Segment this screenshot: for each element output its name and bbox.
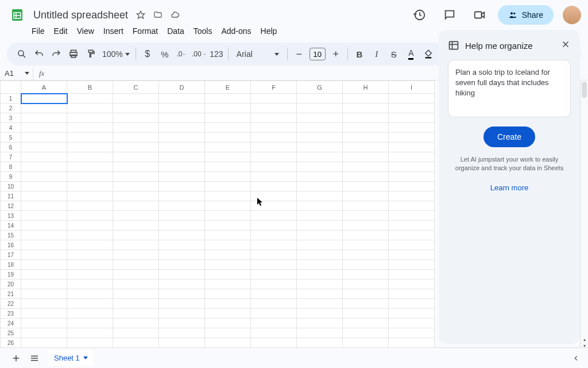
cell[interactable]: [21, 231, 67, 240]
history-icon[interactable]: [408, 3, 431, 26]
cell[interactable]: [113, 152, 159, 162]
cell[interactable]: [251, 231, 297, 240]
cell[interactable]: [67, 94, 113, 103]
create-button[interactable]: Create: [483, 126, 535, 147]
cell[interactable]: [205, 103, 251, 113]
cell[interactable]: [113, 103, 159, 113]
row-header[interactable]: 15: [1, 231, 21, 240]
close-panel-icon[interactable]: [560, 39, 571, 52]
cell[interactable]: [389, 123, 435, 133]
cell[interactable]: [251, 289, 297, 299]
cell[interactable]: [113, 143, 159, 152]
column-header[interactable]: G: [297, 81, 343, 94]
row-header[interactable]: 23: [1, 309, 21, 319]
cell[interactable]: [343, 250, 389, 260]
vertical-scrollbar[interactable]: ▴▾: [580, 80, 588, 351]
cell[interactable]: [67, 152, 113, 162]
cell[interactable]: [205, 289, 251, 299]
column-header[interactable]: D: [159, 81, 205, 94]
cell[interactable]: [67, 289, 113, 299]
cell[interactable]: [21, 240, 67, 250]
column-header[interactable]: C: [113, 81, 159, 94]
cell[interactable]: [67, 279, 113, 289]
cell[interactable]: [67, 260, 113, 270]
cell[interactable]: [343, 162, 389, 172]
row-header[interactable]: 3: [1, 113, 21, 123]
cell[interactable]: [205, 260, 251, 270]
row-header[interactable]: 2: [1, 103, 21, 113]
row-header[interactable]: 5: [1, 133, 21, 143]
cell[interactable]: [113, 123, 159, 133]
row-header[interactable]: 24: [1, 319, 21, 328]
cell[interactable]: [21, 289, 67, 299]
text-color-icon[interactable]: A: [403, 46, 419, 62]
row-header[interactable]: 18: [1, 260, 21, 270]
cell[interactable]: [21, 201, 67, 211]
cell[interactable]: [251, 319, 297, 328]
row-header[interactable]: 25: [1, 328, 21, 338]
cell[interactable]: [297, 152, 343, 162]
cell[interactable]: [297, 240, 343, 250]
cell[interactable]: [251, 221, 297, 231]
cell[interactable]: [113, 299, 159, 309]
cell[interactable]: [389, 319, 435, 328]
cell[interactable]: [389, 289, 435, 299]
cell[interactable]: [159, 319, 205, 328]
cell[interactable]: [297, 289, 343, 299]
cell[interactable]: [67, 182, 113, 191]
cell[interactable]: [21, 250, 67, 260]
cell[interactable]: [205, 309, 251, 319]
cell[interactable]: [205, 299, 251, 309]
cell[interactable]: [21, 319, 67, 328]
cell[interactable]: [389, 211, 435, 221]
cell[interactable]: [205, 123, 251, 133]
cell[interactable]: [113, 260, 159, 270]
cell[interactable]: [21, 182, 67, 191]
cell[interactable]: [343, 338, 389, 348]
row-header[interactable]: 14: [1, 221, 21, 231]
cell[interactable]: [113, 328, 159, 338]
prompt-textarea[interactable]: [448, 60, 571, 117]
cell[interactable]: [21, 338, 67, 348]
cell[interactable]: [21, 328, 67, 338]
font-family-dropdown[interactable]: Arial: [232, 49, 284, 59]
cell[interactable]: [297, 221, 343, 231]
cell[interactable]: [21, 299, 67, 309]
redo-icon[interactable]: [48, 46, 64, 62]
cell[interactable]: [159, 240, 205, 250]
cell[interactable]: [389, 240, 435, 250]
meet-icon[interactable]: [468, 3, 491, 26]
cell[interactable]: [159, 133, 205, 143]
cell[interactable]: [389, 172, 435, 182]
cell[interactable]: [389, 152, 435, 162]
cell[interactable]: [205, 338, 251, 348]
cell[interactable]: [113, 270, 159, 279]
cell[interactable]: [251, 172, 297, 182]
row-header[interactable]: 20: [1, 279, 21, 289]
cell[interactable]: [159, 289, 205, 299]
menu-help[interactable]: Help: [257, 25, 281, 38]
strikethrough-icon[interactable]: S: [386, 46, 402, 62]
cell[interactable]: [159, 172, 205, 182]
paint-format-icon[interactable]: [83, 46, 99, 62]
print-icon[interactable]: [65, 46, 82, 62]
cell[interactable]: [205, 270, 251, 279]
cell[interactable]: [159, 201, 205, 211]
menu-tools[interactable]: Tools: [189, 25, 216, 38]
cell[interactable]: [21, 270, 67, 279]
row-header[interactable]: 26: [1, 338, 21, 348]
cell[interactable]: [389, 338, 435, 348]
cell[interactable]: [251, 103, 297, 113]
increase-font-size-icon[interactable]: +: [328, 46, 344, 62]
cell[interactable]: [113, 319, 159, 328]
percent-icon[interactable]: %: [157, 46, 173, 62]
row-header[interactable]: 22: [1, 299, 21, 309]
cell[interactable]: [113, 191, 159, 201]
cell[interactable]: [21, 279, 67, 289]
cell[interactable]: [205, 143, 251, 152]
menu-insert[interactable]: Insert: [99, 25, 127, 38]
row-header[interactable]: 12: [1, 201, 21, 211]
row-header[interactable]: 4: [1, 123, 21, 133]
cell[interactable]: [67, 240, 113, 250]
cell[interactable]: [113, 162, 159, 172]
